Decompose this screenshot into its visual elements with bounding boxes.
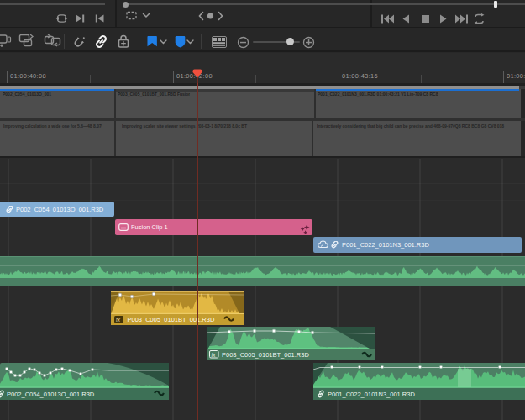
svg-text:P003_C005_0101BT_001.R3D: P003_C005_0101BT_001.R3D [128, 316, 215, 323]
svg-text:P002_C054_01013O_001.R3D: P002_C054_01013O_001.R3D [7, 391, 95, 398]
svg-text:fx: fx [212, 352, 217, 358]
svg-text:P003_C005_0101BT_001.R3D: P003_C005_0101BT_001.R3D [222, 351, 309, 359]
svg-text:fx: fx [116, 317, 121, 323]
svg-text:P001_C022_0101N3_001.R3D: P001_C022_0101N3_001.R3D [328, 391, 415, 398]
